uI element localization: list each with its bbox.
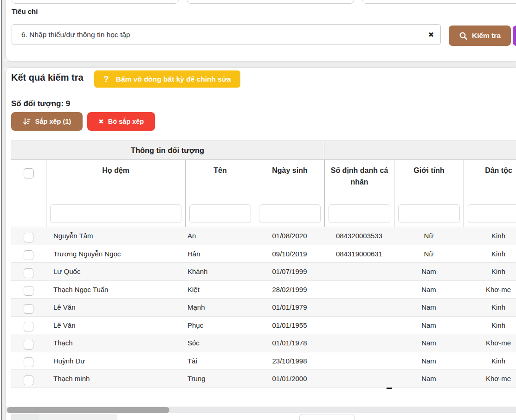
clear-sort-button[interactable]: ✖ Bỏ sắp xếp [87, 112, 155, 131]
edit-hint-badge: ? Bấm vô dòng bất kỳ để chỉnh sửa [94, 70, 240, 88]
horizontal-scrollbar-thumb[interactable] [7, 407, 169, 413]
row-checkbox[interactable] [24, 340, 33, 350]
pagination-fragment-left-1[interactable] [11, 414, 39, 420]
cell-so-dinh-danh [324, 281, 394, 299]
row-checkbox[interactable] [24, 268, 33, 278]
cell-dan-toc: Kinh [464, 317, 516, 334]
cell-ten: Tài [185, 352, 255, 370]
sort-amount-down-icon [23, 117, 31, 126]
group-header-thong-tin: Thông tin đối tượng [11, 141, 324, 159]
cell-ten: Khánh [185, 263, 255, 280]
filter-input-ten[interactable] [189, 204, 251, 223]
cell-so-dinh-danh: 084319000631 [324, 245, 394, 263]
cell-gioi-tinh: Nam [394, 281, 464, 299]
cell-gioi-tinh: Nữ [394, 227, 464, 245]
cell-gioi-tinh: Nam [394, 334, 464, 352]
row-checkbox-cell [11, 317, 46, 334]
cell-ho-dem: Thạch minh [46, 370, 185, 388]
criteria-label: Tiêu chí [12, 7, 38, 15]
row-checkbox[interactable] [24, 286, 33, 296]
cell-ngay-sinh: 01/07/1999 [255, 263, 324, 280]
edit-hint-text: Bấm vô dòng bất kỳ để chỉnh sửa [116, 75, 231, 83]
partial-input-2[interactable] [187, 0, 354, 4]
table-row[interactable]: Nguyễn Tâm An 01/08/2020 084320003533 Nữ… [11, 227, 516, 245]
object-count: Số đối tượng: 9 [11, 99, 70, 108]
row-checkbox-cell [11, 352, 46, 370]
pagination-fragment-left-2[interactable] [39, 414, 117, 420]
check-button[interactable]: Kiểm tra [449, 25, 511, 46]
row-checkbox-cell [11, 334, 46, 352]
sort-button[interactable]: Sắp xếp (1) [11, 112, 83, 131]
cell-ho-dem: Lư Quốc [46, 263, 185, 280]
sort-button-label: Sắp xếp (1) [35, 118, 71, 125]
pagination-fragment-page-size[interactable] [299, 414, 355, 420]
header-checkbox-cell [11, 160, 46, 200]
results-title: Kết quả kiểm tra [11, 72, 84, 83]
cell-dan-toc: Kinh [464, 227, 516, 245]
partial-input-3[interactable] [362, 0, 516, 4]
cell-so-dinh-danh: 084320003533 [324, 227, 394, 245]
cell-gioi-tinh: Nam [394, 299, 464, 316]
cell-gioi-tinh: Nam [394, 370, 464, 388]
table-row[interactable]: Lê Văn Mạnh 01/01/1979 Nam Kinh [11, 299, 516, 317]
row-checkbox-cell [11, 245, 46, 263]
cell-ngay-sinh: 01/08/2020 [255, 227, 324, 245]
cell-ten: Sóc [185, 334, 255, 352]
cell-gioi-tinh: Nam [394, 317, 464, 334]
cell-dan-toc: Khơ-me [464, 370, 516, 388]
cell-ngay-sinh: 23/10/1998 [255, 352, 324, 370]
criteria-select[interactable]: ✖ [12, 24, 441, 45]
table-filter-row [11, 200, 516, 227]
cell-dan-toc: Kinh [464, 299, 516, 316]
search-icon [459, 32, 468, 40]
table-row[interactable]: Trương Nguyễn Ngọc Hân 09/10/2019 084319… [11, 245, 516, 263]
cell-gioi-tinh: Nữ [394, 245, 464, 263]
cell-ngay-sinh: 01/01/1955 [255, 317, 324, 334]
header-so-dinh-danh: Số định danh cá nhân [324, 160, 394, 200]
table-body: Nguyễn Tâm An 01/08/2020 084320003533 Nữ… [11, 227, 516, 388]
table-row[interactable]: Thạch Sóc 01/01/1978 Nam Khơ-me [11, 334, 516, 352]
horizontal-scrollbar-track[interactable] [6, 407, 516, 413]
cell-ho-dem: Trương Nguyễn Ngọc [46, 245, 185, 263]
criteria-value-input[interactable] [12, 31, 422, 39]
table-group-header: Thông tin đối tượng [11, 140, 516, 160]
cell-so-dinh-danh [324, 263, 394, 280]
cell-gioi-tinh: Nam [394, 352, 464, 370]
cell-ngay-sinh: 28/02/1999 [255, 281, 324, 299]
table-row[interactable]: Thạch Ngọc Tuấn Kiệt 28/02/1999 Nam Khơ-… [11, 281, 516, 299]
row-checkbox-cell [11, 263, 46, 280]
clear-sort-label: Bỏ sắp xếp [108, 118, 144, 125]
table-row[interactable]: Lư Quốc Khánh 01/07/1999 Nam Kinh [11, 263, 516, 281]
row-checkbox[interactable] [24, 322, 33, 331]
filter-input-gioi-tinh[interactable] [398, 204, 460, 223]
cell-ho-dem: Huỳnh Dư [46, 352, 185, 370]
filter-input-ngay-sinh[interactable] [259, 204, 321, 223]
table-row[interactable]: Thạch minh Trung 01/01/2000 Nam Khơ-me [11, 370, 516, 388]
row-checkbox[interactable] [24, 304, 33, 314]
partial-input-1[interactable] [12, 0, 179, 4]
filter-input-dan-toc[interactable] [468, 204, 516, 223]
purple-edge-button[interactable] [513, 25, 516, 46]
table-row[interactable]: Huỳnh Dư Tài 23/10/1998 Nam Kinh [11, 352, 516, 370]
header-ho-dem: Họ đệm [46, 160, 185, 200]
row-checkbox[interactable] [24, 233, 33, 242]
cell-gioi-tinh: Nam [394, 263, 464, 280]
row-checkbox[interactable] [24, 357, 33, 367]
row-checkbox[interactable] [24, 250, 33, 260]
cell-ho-dem: Thạch Ngọc Tuấn [46, 281, 185, 299]
filter-input-ho-dem[interactable] [50, 204, 181, 223]
table-header-row: Họ đệm Tên Ngày sinh Số định danh cá nhâ… [11, 160, 516, 200]
question-icon: ? [103, 74, 109, 84]
header-ten: Tên [185, 160, 255, 200]
select-all-checkbox[interactable] [24, 168, 34, 178]
clear-criteria-icon[interactable]: ✖ [422, 31, 440, 39]
row-checkbox[interactable] [24, 375, 33, 385]
row-checkbox-cell [11, 227, 46, 245]
header-ngay-sinh: Ngày sinh [255, 160, 324, 200]
filter-input-so-dinh-danh[interactable] [329, 204, 390, 223]
cell-ten: Trung [185, 370, 255, 388]
x-icon: ✖ [98, 118, 104, 125]
dash-mark [387, 388, 392, 389]
cell-ten: Phục [185, 317, 255, 334]
table-row[interactable]: Lê Văn Phục 01/01/1955 Nam Kinh [11, 317, 516, 335]
